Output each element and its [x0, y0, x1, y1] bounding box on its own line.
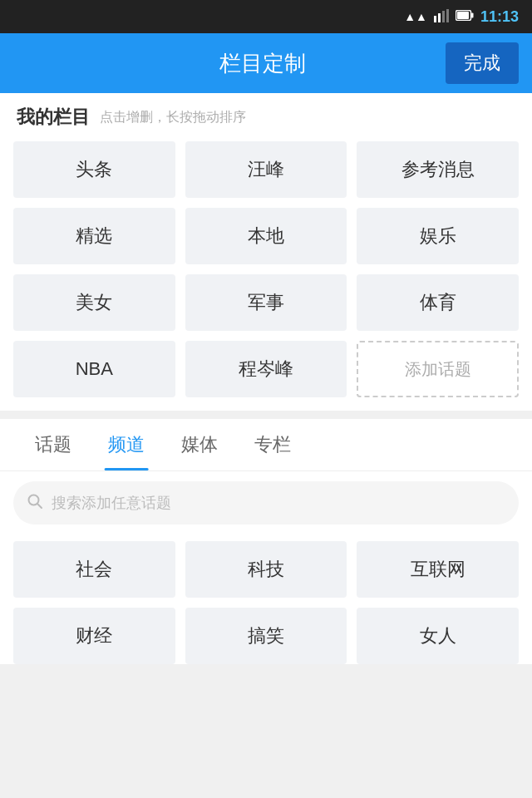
- svg-rect-2: [442, 11, 445, 22]
- available-channel-item[interactable]: 科技: [185, 541, 347, 598]
- my-channel-item[interactable]: 汪峰: [185, 141, 347, 198]
- my-channels-hint: 点击增删，长按拖动排序: [100, 109, 246, 126]
- my-channels-section: 我的栏目 点击增删，长按拖动排序 头条汪峰参考消息精选本地娱乐美女军事体育NBA…: [0, 93, 532, 411]
- header: 栏目定制 完成: [0, 33, 532, 93]
- tab-item-频道[interactable]: 频道: [90, 419, 163, 470]
- svg-rect-1: [438, 13, 441, 22]
- my-channel-item[interactable]: 美女: [13, 274, 175, 331]
- available-channel-item[interactable]: 财经: [13, 608, 175, 664]
- done-button[interactable]: 完成: [446, 42, 519, 84]
- svg-rect-0: [434, 16, 436, 22]
- svg-line-8: [37, 504, 42, 508]
- tab-item-专栏[interactable]: 专栏: [236, 419, 309, 470]
- available-channel-item[interactable]: 社会: [13, 541, 175, 598]
- available-grid: 社会科技互联网财经搞笑女人: [0, 534, 532, 664]
- search-container: [0, 471, 532, 534]
- my-channel-item[interactable]: 精选: [13, 208, 175, 264]
- my-channel-item[interactable]: 体育: [357, 274, 519, 331]
- search-input[interactable]: [52, 495, 505, 512]
- my-channel-item[interactable]: 头条: [13, 141, 175, 198]
- tabs-section: 话题频道媒体专栏 社会科技互联网财经搞笑女人: [0, 419, 532, 664]
- search-icon: [27, 493, 43, 514]
- my-channel-item[interactable]: 参考消息: [357, 141, 519, 198]
- search-bar: [13, 481, 519, 525]
- my-channels-grid: 头条汪峰参考消息精选本地娱乐美女军事体育NBA程岑峰添加话题: [0, 138, 532, 397]
- header-title: 栏目定制: [80, 49, 446, 78]
- my-channel-item[interactable]: 军事: [185, 274, 347, 331]
- svg-rect-3: [446, 9, 449, 22]
- available-channel-item[interactable]: 互联网: [357, 541, 519, 598]
- svg-rect-6: [457, 12, 469, 19]
- my-channel-item[interactable]: 程岑峰: [185, 341, 347, 397]
- battery-icon: [456, 10, 474, 23]
- available-channel-item[interactable]: 女人: [357, 608, 519, 664]
- signal-icon: [434, 9, 449, 25]
- status-bar: ▲▲ 11:13: [0, 0, 532, 33]
- my-channels-header: 我的栏目 点击增删，长按拖动排序: [0, 93, 532, 138]
- add-topic-button[interactable]: 添加话题: [357, 341, 519, 397]
- time-display: 11:13: [480, 8, 519, 26]
- svg-rect-5: [471, 13, 474, 18]
- tabs-bar: 话题频道媒体专栏: [0, 419, 532, 471]
- tab-item-媒体[interactable]: 媒体: [163, 419, 236, 470]
- wifi-icon: ▲▲: [404, 10, 427, 23]
- my-channel-item[interactable]: 娱乐: [357, 208, 519, 264]
- my-channel-item[interactable]: NBA: [13, 341, 175, 397]
- my-channel-item[interactable]: 本地: [185, 208, 347, 264]
- available-channel-item[interactable]: 搞笑: [185, 608, 347, 664]
- tab-item-话题[interactable]: 话题: [17, 419, 90, 470]
- my-channels-title: 我的栏目: [17, 105, 90, 130]
